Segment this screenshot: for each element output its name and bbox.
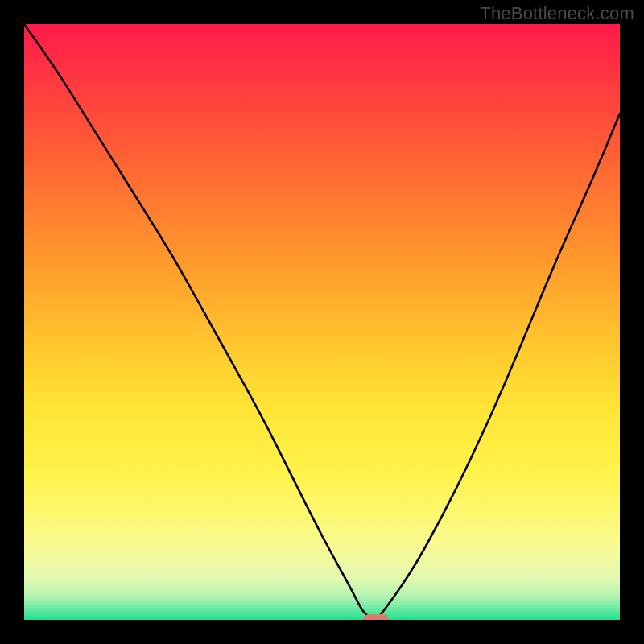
watermark-text: TheBottleneck.com — [480, 3, 634, 24]
optimal-point-marker — [363, 614, 389, 620]
chart-frame: TheBottleneck.com — [0, 0, 644, 644]
bottleneck-curve — [24, 24, 620, 620]
plot-area — [24, 24, 620, 620]
